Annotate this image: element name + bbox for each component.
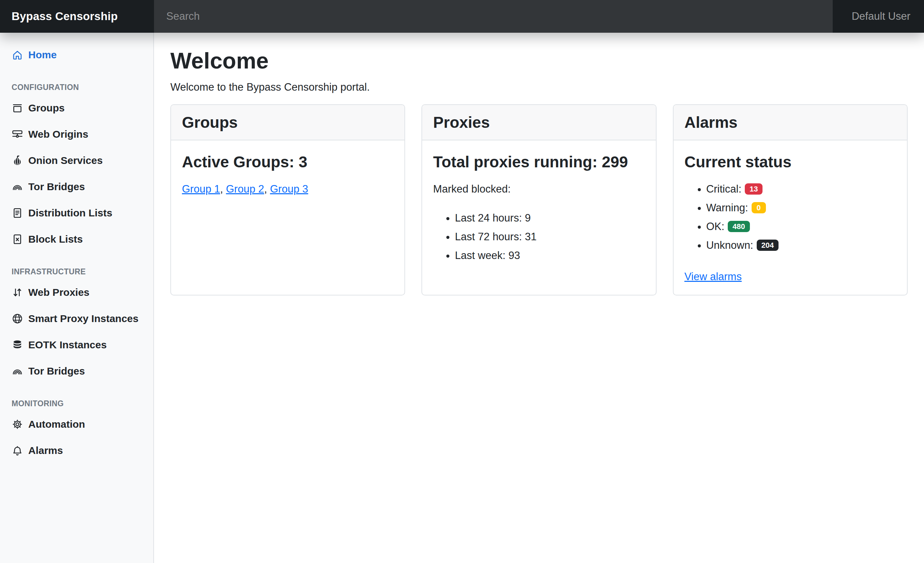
- alarms-card-body: Current status Critical:13 Warning:0 OK:…: [674, 140, 907, 295]
- gear-icon: [12, 419, 23, 430]
- sidebar-item-automation[interactable]: Automation: [0, 411, 153, 437]
- sidebar-item-tor-bridges-config[interactable]: Tor Bridges: [0, 173, 153, 200]
- critical-count-badge: 13: [745, 183, 762, 195]
- sidebar-item-home[interactable]: Home: [0, 42, 153, 68]
- globe-icon: [12, 313, 23, 324]
- summary-cards: Groups Active Groups: 3 Group 1, Group 2…: [170, 104, 908, 296]
- proxies-card-body: Total proxies running: 299 Marked blocke…: [422, 140, 656, 277]
- sidebar-item-alarms[interactable]: Alarms: [0, 437, 153, 464]
- sidebar-item-label: Smart Proxy Instances: [28, 311, 138, 326]
- unknown-count-badge: 204: [757, 240, 779, 251]
- user-menu[interactable]: Default User: [833, 0, 924, 33]
- onion-icon: [12, 155, 23, 166]
- sidebar-item-label: Automation: [28, 416, 85, 432]
- sidebar-item-label: Tor Bridges: [28, 363, 85, 378]
- brand-link[interactable]: Bypass Censorship: [0, 0, 154, 33]
- alarms-card: Alarms Current status Critical:13 Warnin…: [673, 104, 908, 296]
- page-subtitle: Welcome to the Bypass Censorship portal.: [170, 81, 908, 93]
- sidebar-item-web-origins[interactable]: Web Origins: [0, 121, 153, 147]
- group-2-link[interactable]: Group 2: [226, 183, 264, 195]
- sidebar-item-block-lists[interactable]: Block Lists: [0, 226, 153, 252]
- sidebar-item-label: Groups: [28, 100, 65, 116]
- sidebar-item-label: Web Origins: [28, 126, 88, 142]
- status-label: OK:: [706, 221, 724, 233]
- alarm-status-list: Critical:13 Warning:0 OK:480 Unknown:204: [684, 182, 896, 253]
- groups-card-body: Active Groups: 3 Group 1, Group 2, Group…: [171, 140, 404, 207]
- warning-count-badge: 0: [752, 202, 766, 214]
- ok-count-badge: 480: [728, 221, 750, 233]
- database-icon: [12, 339, 23, 351]
- sidebar-item-label: Distribution Lists: [28, 205, 112, 221]
- separator: ,: [220, 183, 226, 195]
- sidebar-item-label: Alarms: [28, 443, 63, 458]
- sidebar-item-label: Tor Bridges: [28, 179, 85, 194]
- page-title: Welcome: [170, 48, 908, 74]
- blocked-last-24-hours: Last 24 hours: 9: [455, 211, 645, 226]
- sidebar: Home CONFIGURATION Groups Web O: [0, 33, 154, 563]
- proxies-card: Proxies Total proxies running: 299 Marke…: [422, 104, 656, 296]
- search-input[interactable]: [154, 0, 833, 33]
- sidebar-item-label: Onion Services: [28, 153, 102, 168]
- marked-blocked-label: Marked blocked:: [433, 182, 645, 197]
- blocked-last-week: Last week: 93: [455, 248, 645, 263]
- status-label: Critical:: [706, 183, 741, 195]
- sidebar-item-label: Home: [28, 47, 57, 62]
- file-text-icon: [12, 207, 23, 219]
- group-3-link[interactable]: Group 3: [270, 183, 308, 195]
- sidebar-item-distribution-lists[interactable]: Distribution Lists: [0, 200, 153, 226]
- active-groups-count: Active Groups: 3: [182, 151, 393, 173]
- main-content: Welcome Welcome to the Bypass Censorship…: [154, 33, 924, 563]
- rainbow-icon: [12, 181, 23, 192]
- house-icon: [12, 49, 23, 61]
- view-alarms-link[interactable]: View alarms: [684, 269, 742, 285]
- sidebar-item-label: Web Proxies: [28, 285, 90, 300]
- blocked-list: Last 24 hours: 9 Last 72 hours: 31 Last …: [433, 211, 645, 263]
- sidebar-item-eotk-instances[interactable]: EOTK Instances: [0, 332, 153, 358]
- proxies-card-title: Proxies: [422, 105, 656, 140]
- sidebar-item-onion-services[interactable]: Onion Services: [0, 147, 153, 173]
- alarms-card-title: Alarms: [674, 105, 907, 140]
- sidebar-section-infrastructure: INFRASTRUCTURE: [0, 267, 153, 276]
- group-links: Group 1, Group 2, Group 3: [182, 182, 393, 197]
- current-status-heading: Current status: [684, 151, 896, 173]
- sidebar-section-monitoring: MONITORING: [0, 399, 153, 408]
- alarm-status-ok: OK:480: [706, 219, 896, 234]
- arrow-down-up-icon: [12, 287, 23, 298]
- sidebar-section-configuration: CONFIGURATION: [0, 83, 153, 92]
- sidebar-item-groups[interactable]: Groups: [0, 95, 153, 121]
- page-body: Home CONFIGURATION Groups Web O: [0, 33, 924, 563]
- top-navbar: Bypass Censorship Default User: [0, 0, 924, 33]
- rainbow-icon: [12, 365, 23, 377]
- separator: ,: [264, 183, 270, 195]
- blocked-last-72-hours: Last 72 hours: 31: [455, 229, 645, 245]
- sidebar-item-label: EOTK Instances: [28, 337, 106, 352]
- sidebar-item-smart-proxy-instances[interactable]: Smart Proxy Instances: [0, 305, 153, 332]
- alarm-status-critical: Critical:13: [706, 182, 896, 197]
- groups-card: Groups Active Groups: 3 Group 1, Group 2…: [170, 104, 405, 296]
- status-label: Unknown:: [706, 239, 753, 251]
- file-x-icon: [12, 233, 23, 245]
- group-1-link[interactable]: Group 1: [182, 183, 220, 195]
- sidebar-item-tor-bridges-infra[interactable]: Tor Bridges: [0, 358, 153, 384]
- sidebar-item-label: Block Lists: [28, 231, 83, 247]
- bell-icon: [12, 445, 23, 456]
- groups-card-title: Groups: [171, 105, 404, 140]
- network-server-icon: [12, 129, 23, 140]
- status-label: Warning:: [706, 202, 748, 214]
- alarm-status-unknown: Unknown:204: [706, 238, 896, 253]
- sidebar-item-web-proxies[interactable]: Web Proxies: [0, 279, 153, 305]
- alarm-status-warning: Warning:0: [706, 200, 896, 216]
- archive-icon: [12, 102, 23, 114]
- total-proxies-count: Total proxies running: 299: [433, 151, 645, 173]
